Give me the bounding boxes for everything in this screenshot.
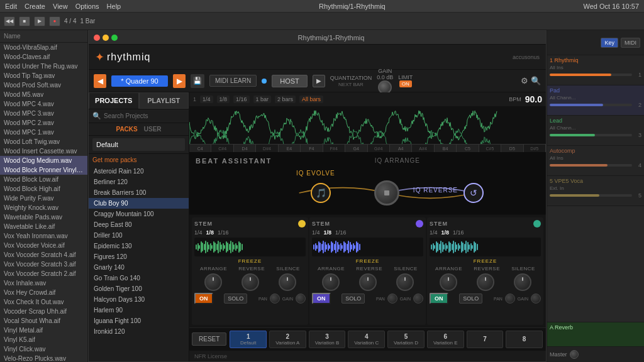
file-item[interactable]: Wood MPC 4.wav — [0, 99, 87, 109]
stem-action-reverse-c[interactable]: REVERSE — [474, 266, 500, 272]
project-item[interactable]: Epidemic 130 — [89, 241, 189, 251]
stem-action-arrange-a[interactable]: ARRANGE — [200, 266, 227, 272]
variation-button-3[interactable]: 4Variation C — [348, 331, 385, 348]
stem-time-b-0[interactable]: 1/4 — [312, 229, 320, 236]
prev-preset-button[interactable]: ◀ — [94, 74, 106, 88]
save-preset-button[interactable]: 💾 — [191, 74, 204, 88]
zoom-allbars[interactable]: All bars — [299, 96, 323, 103]
file-item[interactable]: Vox Vocoder Scratch 3.aif — [0, 260, 87, 269]
file-item[interactable]: Wood Clog Medium.wav — [0, 156, 87, 165]
gain-knob-b[interactable] — [413, 293, 423, 304]
file-item[interactable]: Vox Yeah Ironman.wav — [0, 231, 87, 241]
file-item[interactable]: Vinyl Click.wav — [0, 344, 87, 354]
on-button-a[interactable]: ON — [194, 293, 213, 304]
file-item[interactable]: Wood MPC 1.wav — [0, 128, 87, 137]
stem-action-reverse-a[interactable]: REVERSE — [238, 266, 265, 272]
project-item[interactable]: Craggy Mountain 100 — [89, 209, 189, 219]
transport-stop[interactable]: ■ — [19, 16, 30, 26]
menu-help[interactable]: Help — [107, 3, 121, 10]
stem-time-c-2[interactable]: 1/16 — [453, 229, 464, 236]
file-item[interactable]: Wood Insert Cassette.wav — [0, 146, 87, 156]
project-item[interactable]: Break Barriers 100 — [89, 187, 189, 198]
play-button[interactable]: ▶ — [313, 75, 325, 87]
file-item[interactable]: Wood MPC 3.wav — [0, 109, 87, 118]
key-button[interactable]: Key — [601, 38, 618, 48]
project-item[interactable]: Golden Tiger 100 — [89, 283, 189, 294]
stem-knob-2-c[interactable] — [514, 273, 531, 291]
track-volume-4[interactable] — [550, 194, 632, 197]
stem-knob-2-a[interactable] — [279, 273, 296, 291]
project-item[interactable]: Ironkid 120 — [89, 326, 189, 337]
stem-time-a-2[interactable]: 1/16 — [218, 229, 229, 236]
zoom-sixteenth[interactable]: 1/16 — [233, 96, 250, 103]
midi-button[interactable]: MIDI — [621, 38, 640, 48]
on-button-c[interactable]: ON — [430, 293, 448, 304]
file-item[interactable]: Vinyl K5.aif — [0, 335, 87, 344]
stem-action-reverse-b[interactable]: REVERSE — [356, 266, 382, 272]
settings-icon[interactable]: ⚙ — [521, 76, 528, 85]
file-item[interactable]: Wood-Claves.aif — [0, 52, 87, 62]
transport-rewind[interactable]: ◀◀ — [4, 16, 15, 26]
file-item[interactable]: Wood-Vibra5lap.aif — [0, 43, 87, 52]
pan-knob-a[interactable] — [270, 293, 280, 304]
file-item[interactable]: Wood Loft Twig.wav — [0, 137, 87, 146]
project-item[interactable]: Berliner 120 — [89, 177, 189, 187]
stem-time-b-1[interactable]: 1/8 — [324, 229, 332, 236]
packs-button[interactable]: PACKS — [116, 126, 137, 133]
project-item[interactable]: Halcyon Days 130 — [89, 294, 189, 305]
stem-time-b-2[interactable]: 1/16 — [335, 229, 347, 236]
zoom-1bar[interactable]: 1 bar — [253, 96, 272, 103]
file-item[interactable]: Velo-Rezo Plucks.wav — [0, 354, 87, 362]
project-item[interactable]: Club Boy 90 — [89, 198, 189, 209]
variation-button-2[interactable]: 3Variation B — [309, 331, 346, 348]
menu-options[interactable]: Options — [75, 3, 99, 10]
file-item[interactable]: Wavetable Like.aif — [0, 222, 87, 231]
file-item[interactable]: Vocoder Scrap Uhh.aif — [0, 307, 87, 316]
stem-action-silence-b[interactable]: SILENCE — [394, 266, 418, 272]
track-volume-3[interactable] — [550, 164, 632, 167]
pan-knob-b[interactable] — [387, 293, 397, 304]
zoom-quarter[interactable]: 1/4 — [200, 96, 213, 103]
stem-knob-0-a[interactable] — [204, 273, 222, 291]
variation-button-1[interactable]: 2Variation A — [269, 331, 306, 348]
stem-knob-1-a[interactable] — [242, 273, 259, 291]
master-knob[interactable] — [570, 350, 579, 359]
gain-knob-c[interactable] — [531, 293, 541, 304]
file-item[interactable]: Wood Prod Soft.wav — [0, 80, 87, 90]
menu-view[interactable]: View — [53, 3, 68, 10]
transport-play[interactable]: ▶ — [34, 16, 45, 26]
solo-button-b[interactable]: SOLO — [341, 293, 365, 304]
stem-action-arrange-c[interactable]: ARRANGE — [435, 266, 462, 272]
file-item[interactable]: Weighty Knock.wav — [0, 203, 87, 212]
variation-button-7[interactable]: 8 — [506, 331, 543, 348]
gain-knob-a[interactable] — [296, 293, 306, 304]
get-more-packs-button[interactable]: Get more packs — [89, 154, 189, 166]
tab-projects[interactable]: PROJECTS — [89, 92, 139, 109]
file-item[interactable]: Wood Tip Tag.wav — [0, 71, 87, 80]
window-max-button[interactable] — [111, 35, 118, 41]
stem-knob-1-b[interactable] — [359, 273, 377, 291]
stem-action-silence-a[interactable]: SILENCE — [276, 266, 300, 272]
freeze-label-b[interactable]: FREEZE — [312, 258, 423, 264]
zoom-2bars[interactable]: 2 bars — [275, 96, 296, 103]
solo-button-a[interactable]: SOLO — [224, 293, 247, 304]
host-button[interactable]: HOST — [272, 75, 308, 87]
tab-playlist[interactable]: PLAYLIST — [139, 92, 189, 109]
iq-evolve-button[interactable]: 🎵 — [311, 183, 331, 203]
search-projects-input[interactable] — [104, 112, 185, 119]
project-item[interactable]: Harlem 90 — [89, 305, 189, 315]
file-item[interactable]: Vox Hey Crowd.aif — [0, 288, 87, 297]
file-item[interactable]: Vox Vocoder Scratch 4.aif — [0, 250, 87, 260]
stem-time-c-1[interactable]: 1/8 — [441, 229, 450, 236]
window-min-button[interactable] — [103, 35, 109, 41]
project-item[interactable]: Driller 100 — [89, 230, 189, 241]
project-item[interactable]: Deep East 80 — [89, 219, 189, 230]
menu-edit[interactable]: Edit — [5, 3, 17, 10]
file-item[interactable]: Wood Block Pronner Vinyl.wav — [0, 165, 87, 175]
freeze-label-a[interactable]: FREEZE — [194, 258, 306, 264]
pan-knob-c[interactable] — [505, 293, 515, 304]
zoom-eighth[interactable]: 1/8 — [217, 96, 230, 103]
stem-knob-1-c[interactable] — [477, 273, 494, 291]
project-item[interactable]: Asteroid Rain 120 — [89, 166, 189, 177]
project-item[interactable]: Go Train Go 140 — [89, 273, 189, 283]
